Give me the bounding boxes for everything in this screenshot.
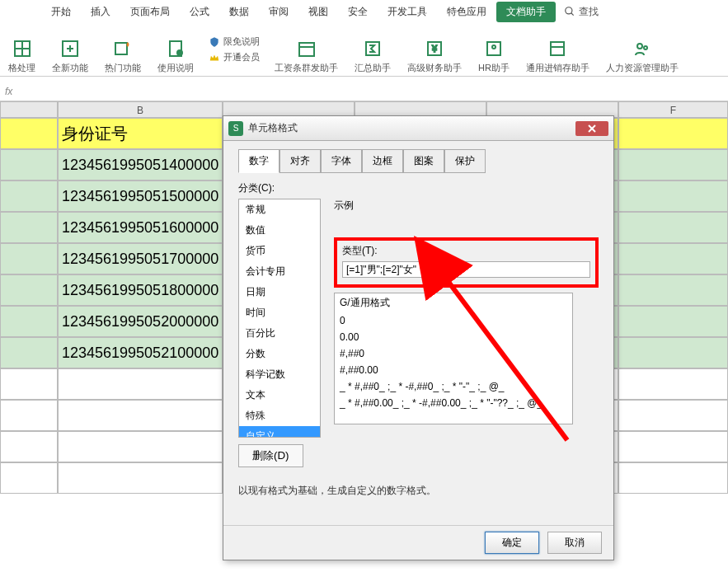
category-item[interactable]: 文本	[239, 385, 320, 406]
category-item[interactable]: 分数	[239, 344, 320, 364]
group-inventory-assistant[interactable]: 通用进销存助手	[518, 23, 598, 76]
data-cell[interactable]	[618, 306, 728, 337]
data-cell[interactable]	[618, 337, 728, 368]
format-item[interactable]: G/通用格式	[335, 293, 572, 312]
col-header-B[interactable]: B	[58, 101, 223, 118]
group-hotfeature[interactable]: 热门功能	[96, 23, 149, 76]
format-item[interactable]: 0	[335, 312, 572, 329]
tab-insert[interactable]: 插入	[81, 2, 120, 22]
category-item[interactable]: 时间	[239, 302, 320, 323]
col-header-F[interactable]: F	[618, 101, 728, 118]
data-cell[interactable]: 1234561995051500000	[58, 181, 223, 212]
header-cell-id[interactable]: 身份证号	[58, 118, 223, 149]
tab-start[interactable]: 开始	[41, 2, 81, 22]
row-header[interactable]	[0, 243, 58, 274]
header-cell[interactable]	[618, 118, 728, 149]
row-header[interactable]	[0, 431, 58, 462]
tab-data[interactable]: 数据	[219, 2, 259, 22]
category-item[interactable]: 自定义	[239, 426, 320, 438]
row-header[interactable]	[0, 274, 58, 306]
row-header[interactable]	[0, 118, 58, 149]
data-cell[interactable]: 1234561995051400000	[58, 149, 223, 181]
group-hr-assistant[interactable]: HR助手	[470, 23, 518, 76]
data-cell[interactable]: 1234561995051600000	[58, 212, 223, 243]
limit-free-button[interactable]: 限免说明	[209, 35, 260, 48]
tab-formula[interactable]: 公式	[180, 2, 219, 22]
close-button[interactable]	[575, 121, 608, 136]
tab-align[interactable]: 对齐	[279, 149, 321, 173]
format-item[interactable]: 0.00	[335, 329, 572, 345]
row-header[interactable]	[0, 212, 58, 243]
row-header[interactable]	[0, 181, 58, 212]
tab-security[interactable]: 安全	[338, 2, 378, 22]
empty-cell[interactable]	[618, 368, 728, 400]
tab-border[interactable]: 边框	[362, 149, 403, 173]
data-cell[interactable]: 1234561995051800000	[58, 274, 223, 306]
tab-number[interactable]: 数字	[238, 149, 279, 173]
table-icon	[11, 37, 34, 60]
row-header[interactable]	[0, 462, 58, 494]
group-finance-assistant[interactable]: ¥ 高级财务助手	[399, 23, 470, 76]
empty-cell[interactable]	[618, 462, 728, 494]
col-header-blank[interactable]	[0, 101, 58, 118]
row-header[interactable]	[0, 368, 58, 400]
tab-font[interactable]: 字体	[321, 149, 362, 173]
empty-cell[interactable]	[58, 400, 223, 431]
data-cell[interactable]	[618, 274, 728, 306]
cancel-button[interactable]: 取消	[547, 532, 602, 554]
svg-rect-14	[366, 42, 379, 55]
data-cell[interactable]: 1234561995051700000	[58, 243, 223, 274]
data-cell[interactable]: 1234561995052000000	[58, 306, 223, 337]
data-cell[interactable]	[618, 181, 728, 212]
group-instructions[interactable]: ? 使用说明	[149, 23, 202, 76]
empty-cell[interactable]	[58, 462, 223, 494]
category-item[interactable]: 日期	[239, 282, 320, 302]
tab-protect[interactable]: 保护	[444, 149, 486, 173]
category-item[interactable]: 特殊	[239, 406, 320, 426]
data-cell[interactable]: 1234561995052100000	[58, 337, 223, 368]
category-item[interactable]: 数值	[239, 220, 320, 241]
type-label: 类型(T):	[342, 244, 590, 258]
tab-review[interactable]: 审阅	[259, 2, 298, 22]
row-header[interactable]	[0, 400, 58, 431]
row-header[interactable]	[0, 337, 58, 368]
format-item[interactable]: _ * #,##0.00_ ;_ * -#,##0.00_ ;_ * "-"??…	[335, 395, 572, 411]
tab-layout[interactable]: 页面布局	[120, 2, 180, 22]
format-item[interactable]: #,##0.00	[335, 362, 572, 378]
format-list[interactable]: G/通用格式00.00#,##0#,##0.00_ * #,##0_ ;_ * …	[334, 293, 573, 424]
category-list[interactable]: 常规数值货币会计专用日期时间百分比分数科学记数文本特殊自定义	[238, 199, 321, 438]
close-icon	[588, 124, 596, 133]
group-summary-assistant[interactable]: 汇总助手	[346, 23, 399, 76]
empty-cell[interactable]	[618, 400, 728, 431]
open-member-button[interactable]: 开通会员	[209, 51, 260, 63]
group-salary-assistant[interactable]: 工资条群发助手	[266, 23, 346, 76]
empty-cell[interactable]	[58, 368, 223, 400]
category-item[interactable]: 科学记数	[239, 364, 320, 385]
category-item[interactable]: 百分比	[239, 323, 320, 344]
row-header[interactable]	[0, 149, 58, 181]
data-cell[interactable]	[618, 212, 728, 243]
empty-cell[interactable]	[58, 431, 223, 462]
tab-view[interactable]: 视图	[298, 2, 338, 22]
tab-special[interactable]: 特色应用	[437, 2, 496, 22]
tab-devtools[interactable]: 开发工具	[378, 2, 437, 22]
format-item[interactable]: #,##0	[335, 345, 572, 362]
empty-cell[interactable]	[618, 431, 728, 462]
type-input[interactable]	[342, 261, 590, 278]
category-item[interactable]: 货币	[239, 241, 320, 261]
group-cellprocess[interactable]: 格处理	[0, 23, 44, 76]
formula-input[interactable]	[17, 82, 728, 101]
category-item[interactable]: 常规	[239, 199, 320, 220]
tab-dochelper[interactable]: 文档助手	[496, 2, 556, 22]
ok-button[interactable]: 确定	[485, 532, 539, 554]
format-item[interactable]: _ * #,##0_ ;_ * -#,##0_ ;_ * "-"_ ;_ @_	[335, 378, 572, 395]
search-button[interactable]: 查找	[564, 5, 599, 19]
tab-pattern[interactable]: 图案	[403, 149, 444, 173]
data-cell[interactable]	[618, 149, 728, 181]
row-header[interactable]	[0, 306, 58, 337]
category-item[interactable]: 会计专用	[239, 261, 320, 282]
delete-button[interactable]: 删除(D)	[238, 444, 303, 467]
data-cell[interactable]	[618, 243, 728, 274]
group-newfeature[interactable]: 全新功能	[44, 23, 96, 76]
group-hrm-assistant[interactable]: 人力资源管理助手	[598, 23, 687, 76]
